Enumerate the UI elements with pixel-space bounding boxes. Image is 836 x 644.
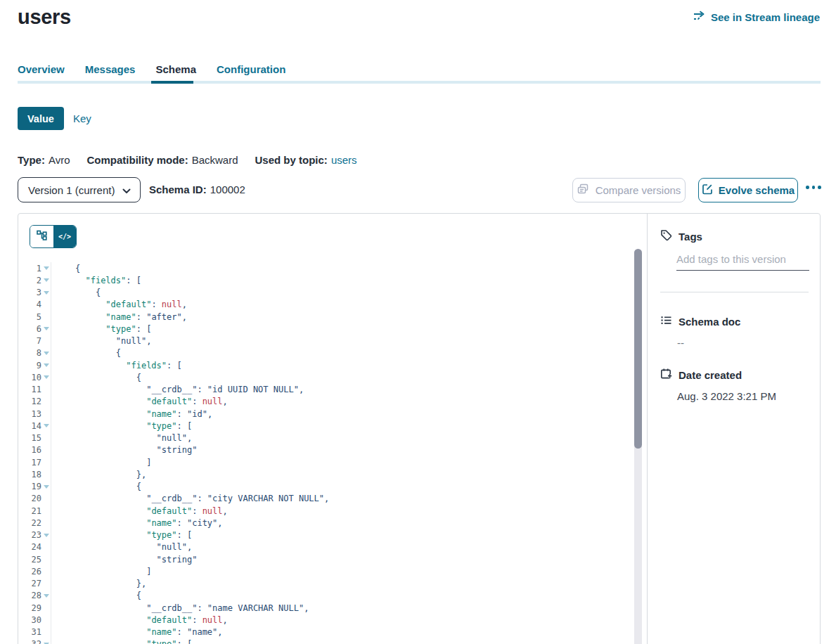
fold-arrow-icon[interactable] xyxy=(44,534,49,537)
meta-compat-label: Compatibility mode: xyxy=(86,154,188,166)
tab-schema[interactable]: Schema xyxy=(155,63,196,75)
code-line: 6 "type": [ xyxy=(18,323,634,335)
tab-configuration[interactable]: Configuration xyxy=(217,63,285,75)
line-number: 30 xyxy=(18,615,41,625)
line-number: 26 xyxy=(18,567,41,577)
code-line: 25 "string" xyxy=(18,553,634,565)
code-line-text: "type": [ xyxy=(51,530,192,540)
key-toggle-link[interactable]: Key xyxy=(73,112,91,124)
code-line-text: "null", xyxy=(51,542,192,552)
fold-arrow-icon[interactable] xyxy=(44,363,49,367)
line-number: 23 xyxy=(18,530,41,540)
compare-versions-button[interactable]: Compare versions xyxy=(572,178,686,202)
meta-type: Type: Avro xyxy=(18,154,70,166)
schema-doc-icon xyxy=(660,314,672,328)
date-created-value: Aug. 3 2022 3:21 PM xyxy=(677,390,809,402)
fold-arrow-icon[interactable] xyxy=(44,278,49,282)
tags-title: Tags xyxy=(679,231,702,243)
editor-gutter: 21 xyxy=(18,505,51,517)
editor-gutter: 17 xyxy=(18,456,51,468)
editor-gutter: 2 xyxy=(18,274,51,286)
code-line: 4 "default": null, xyxy=(18,299,634,311)
code-line-text: { xyxy=(51,591,141,600)
meta-type-value: Avro xyxy=(49,154,70,166)
fold-arrow-icon[interactable] xyxy=(44,375,49,379)
line-number: 25 xyxy=(18,555,41,565)
code-line-text: "name": "after", xyxy=(51,312,187,322)
schema-doc-value: -- xyxy=(677,337,809,349)
fold-arrow-icon[interactable] xyxy=(44,327,49,330)
editor-gutter: 8 xyxy=(18,347,51,359)
editor-gutter: 22 xyxy=(18,517,51,529)
meta-compat-value: Backward xyxy=(192,154,238,166)
editor-gutter: 9 xyxy=(18,359,51,371)
line-number: 11 xyxy=(18,385,41,394)
editor-gutter: 15 xyxy=(18,432,51,444)
editor-gutter: 13 xyxy=(18,408,51,420)
editor-gutter: 6 xyxy=(18,323,51,335)
version-select[interactable]: Version 1 (current) xyxy=(18,177,141,202)
meta-used-by-topic: Used by topic: users xyxy=(255,154,357,166)
line-number: 12 xyxy=(18,397,41,406)
code-view-button[interactable]: </> xyxy=(53,226,76,247)
code-line-text: "__crdb__": "id UUID NOT NULL", xyxy=(51,385,304,394)
tags-input[interactable] xyxy=(676,253,809,271)
fold-arrow-icon[interactable] xyxy=(44,485,49,489)
code-line: 21 "default": null, xyxy=(18,505,634,517)
fold-arrow-icon[interactable] xyxy=(44,291,49,295)
code-line: 20 "__crdb__": "city VARCHAR NOT NULL", xyxy=(18,493,634,505)
evolve-schema-button[interactable]: Evolve schema xyxy=(698,178,798,202)
version-select-value: Version 1 (current) xyxy=(28,184,115,196)
code-line-text: ] xyxy=(51,567,151,577)
code-line-text: "type": [ xyxy=(51,639,192,644)
code-line-text: ] xyxy=(51,458,151,468)
editor-scrollbar-track[interactable] xyxy=(634,249,642,644)
code-line: 1{ xyxy=(18,262,634,274)
editor-view-toggle: </> xyxy=(30,225,77,248)
tab-overview[interactable]: Overview xyxy=(18,63,65,75)
line-number: 9 xyxy=(18,361,41,371)
line-number: 2 xyxy=(18,276,41,285)
code-line: 26 ] xyxy=(18,565,634,577)
code-line: 9 "fields": [ xyxy=(18,359,634,371)
tree-view-button[interactable] xyxy=(30,226,53,247)
code-view-icon: </> xyxy=(58,233,71,240)
line-number: 13 xyxy=(18,409,41,419)
calendar-plus-icon xyxy=(660,368,672,382)
schema-meta-row: Type: Avro Compatibility mode: Backward … xyxy=(18,154,357,166)
fold-arrow-icon[interactable] xyxy=(44,594,49,598)
editor-gutter: 24 xyxy=(18,541,51,553)
code-line-text: "default": null, xyxy=(51,615,228,625)
schema-page: users See in Stream lineage Overview Mes… xyxy=(0,0,836,644)
fold-arrow-icon[interactable] xyxy=(44,424,49,427)
schema-doc-title: Schema doc xyxy=(679,316,740,328)
editor-gutter: 28 xyxy=(18,590,51,602)
editor-gutter: 11 xyxy=(18,384,51,396)
editor-scrollbar-thumb[interactable] xyxy=(634,249,642,449)
fold-arrow-icon[interactable] xyxy=(44,352,49,355)
line-number: 7 xyxy=(18,336,41,346)
editor-gutter: 3 xyxy=(18,287,51,299)
schema-code-editor[interactable]: 1{2 "fields": [3 {4 "default": null,5 "n… xyxy=(18,262,634,644)
code-line: 17 ] xyxy=(18,456,634,468)
sidebar-divider xyxy=(660,292,809,292)
code-line-text: "name": "city", xyxy=(51,518,223,528)
editor-gutter: 32 xyxy=(18,638,51,644)
fold-arrow-icon[interactable] xyxy=(44,266,49,270)
stream-lineage-link[interactable]: See in Stream lineage xyxy=(693,11,820,24)
stream-lineage-icon xyxy=(693,11,706,24)
code-line-text: "null", xyxy=(51,336,151,346)
line-number: 1 xyxy=(18,264,41,273)
editor-gutter: 1 xyxy=(18,262,51,274)
more-options-icon[interactable] xyxy=(806,186,821,189)
line-number: 24 xyxy=(18,542,41,552)
code-line: 23 "type": [ xyxy=(18,529,634,541)
topic-link[interactable]: users xyxy=(331,154,357,166)
meta-topic-label: Used by topic: xyxy=(255,154,328,166)
editor-gutter: 14 xyxy=(18,420,51,432)
line-number: 32 xyxy=(18,639,41,644)
code-line-text: "fields": [ xyxy=(51,361,182,371)
tab-messages[interactable]: Messages xyxy=(85,63,136,75)
code-line-text: "__crdb__": "city VARCHAR NOT NULL", xyxy=(51,494,329,503)
value-toggle-button[interactable]: Value xyxy=(18,107,64,130)
